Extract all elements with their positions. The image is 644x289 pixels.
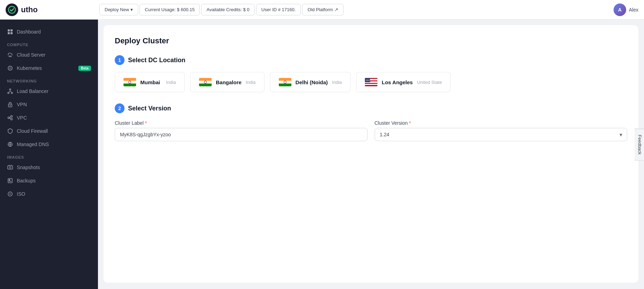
cluster-version-select[interactable]: 1.24 1.25 1.26 1.27 [375, 128, 628, 141]
vpn-icon [7, 101, 13, 108]
compute-section-label: COMPUTE [0, 38, 98, 48]
managed-dns-label: Managed DNS [17, 142, 49, 147]
sidebar-item-load-balancer[interactable]: Load Balancer [0, 85, 98, 98]
cloud-server-icon [7, 52, 13, 58]
svg-point-11 [8, 117, 10, 119]
los-angeles-country: United State [417, 80, 442, 85]
sidebar-item-kubernetes[interactable]: Kubernetes Beta [0, 62, 98, 75]
location-grid: Mumbai India Bangalore India [115, 72, 627, 92]
cluster-label-input[interactable] [115, 128, 368, 141]
svg-rect-19 [9, 181, 12, 182]
load-balancer-label: Load Balancer [17, 88, 48, 94]
kubernetes-label: Kubernetes [17, 65, 42, 71]
cluster-version-wrapper: 1.24 1.25 1.26 1.27 ▾ [375, 128, 628, 141]
sidebar-item-vpn[interactable]: VPN [0, 98, 98, 111]
top-navigation: utho Deploy New ▾ Current Usage: $ 600.1… [0, 0, 644, 20]
cloud-server-label: Cloud Server [17, 52, 45, 58]
dc-location-section-header: 1 Select DC Location [115, 55, 627, 65]
vpc-label: VPC [17, 115, 27, 121]
current-usage-button[interactable]: Current Usage: $ 600.15 [140, 4, 200, 15]
sidebar-item-cloud-firewall[interactable]: Cloud Firewall [0, 124, 98, 138]
los-angeles-name: Los Angeles [382, 79, 413, 85]
location-card-mumbai[interactable]: Mumbai India [115, 72, 185, 92]
sidebar-item-dashboard[interactable]: Dashboard [0, 25, 98, 38]
cluster-label-label: Cluster Label * [115, 120, 368, 126]
version-title: Select Version [128, 105, 171, 112]
vpn-label: VPN [17, 102, 27, 107]
svg-rect-15 [8, 166, 13, 169]
sidebar-item-backups[interactable]: Backups [0, 174, 98, 187]
snapshots-icon [7, 164, 13, 171]
cloud-firewall-icon [7, 128, 13, 134]
nav-right: A Alex [614, 3, 638, 16]
svg-point-10 [10, 105, 11, 106]
chevron-down-icon: ▾ [130, 7, 133, 12]
cluster-version-required: * [409, 120, 411, 126]
version-form-grid: Cluster Label * Cluster Version * 1.24 1… [115, 120, 627, 141]
feedback-tab[interactable]: Feedback [634, 129, 644, 160]
sidebar-item-snapshots[interactable]: Snapshots [0, 161, 98, 174]
sidebar-item-managed-dns[interactable]: Managed DNS [0, 138, 98, 151]
logo-icon [6, 3, 18, 16]
user-id-button[interactable]: User ID # 17160. [256, 4, 301, 15]
cluster-version-label: Cluster Version * [375, 120, 628, 126]
main-layout: Dashboard COMPUTE Cloud Server Kubernet [0, 20, 644, 289]
location-card-los-angeles[interactable]: ★★★ Los Angeles United State [356, 72, 451, 92]
dc-location-title: Select DC Location [128, 57, 185, 64]
svg-point-7 [8, 92, 9, 94]
available-credits-button[interactable]: Available Credits: $ 0 [201, 4, 255, 15]
svg-point-16 [9, 167, 11, 168]
cluster-version-group: Cluster Version * 1.24 1.25 1.26 1.27 ▾ [375, 120, 628, 141]
cluster-label-group: Cluster Label * [115, 120, 368, 141]
sidebar-item-cloud-server[interactable]: Cloud Server [0, 48, 98, 62]
backups-label: Backups [17, 178, 36, 183]
sidebar-item-vpc[interactable]: VPC [0, 111, 98, 124]
bangalore-name: Bangalore [216, 79, 241, 85]
deploy-new-button[interactable]: Deploy New ▾ [99, 4, 138, 15]
content-area: Deploy Cluster 1 Select DC Location Mumb… [98, 20, 644, 289]
svg-rect-1 [8, 29, 10, 31]
dashboard-icon [7, 29, 13, 35]
svg-point-20 [8, 192, 12, 196]
india-flag-bangalore [199, 78, 212, 86]
vpc-icon [7, 115, 13, 121]
cloud-firewall-label: Cloud Firewall [17, 128, 48, 134]
svg-rect-2 [10, 29, 13, 31]
username-label: Alex [629, 7, 638, 13]
nav-items: Deploy New ▾ Current Usage: $ 600.15 Ava… [99, 4, 611, 15]
us-flag-los-angeles: ★★★ [365, 78, 377, 86]
cluster-label-required: * [145, 120, 147, 126]
section-1-number: 1 [115, 55, 125, 65]
user-avatar[interactable]: A [614, 3, 626, 16]
location-card-bangalore[interactable]: Bangalore India [190, 72, 264, 92]
load-balancer-icon [7, 88, 13, 94]
page-title: Deploy Cluster [115, 36, 627, 45]
svg-point-0 [8, 6, 15, 13]
svg-rect-3 [8, 32, 10, 34]
svg-point-12 [11, 116, 13, 117]
old-platform-button[interactable]: Old Platform ↗ [302, 4, 343, 15]
location-card-delhi[interactable]: Delhi (Noida) India [270, 72, 351, 92]
backups-icon [7, 178, 13, 184]
logo-area: utho [6, 3, 97, 16]
iso-label: ISO [17, 191, 25, 197]
sidebar-item-iso[interactable]: ISO [0, 187, 98, 201]
delhi-name: Delhi (Noida) [296, 79, 328, 85]
bangalore-country: India [246, 80, 255, 85]
images-section-label: IMAGES [0, 151, 98, 161]
svg-rect-17 [8, 179, 12, 183]
svg-rect-4 [10, 32, 13, 34]
mumbai-country: India [166, 80, 176, 85]
content-inner: Deploy Cluster 1 Select DC Location Mumb… [104, 25, 638, 283]
managed-dns-icon [7, 141, 13, 147]
iso-icon [7, 191, 13, 197]
svg-point-8 [11, 92, 13, 94]
svg-point-21 [9, 193, 11, 195]
svg-point-13 [11, 118, 13, 120]
version-section-header: 2 Select Version [115, 103, 627, 113]
india-flag-mumbai [123, 78, 136, 86]
svg-point-6 [9, 89, 11, 90]
india-flag-delhi [279, 78, 291, 86]
logo-text: utho [21, 5, 38, 14]
mumbai-name: Mumbai [140, 79, 160, 85]
